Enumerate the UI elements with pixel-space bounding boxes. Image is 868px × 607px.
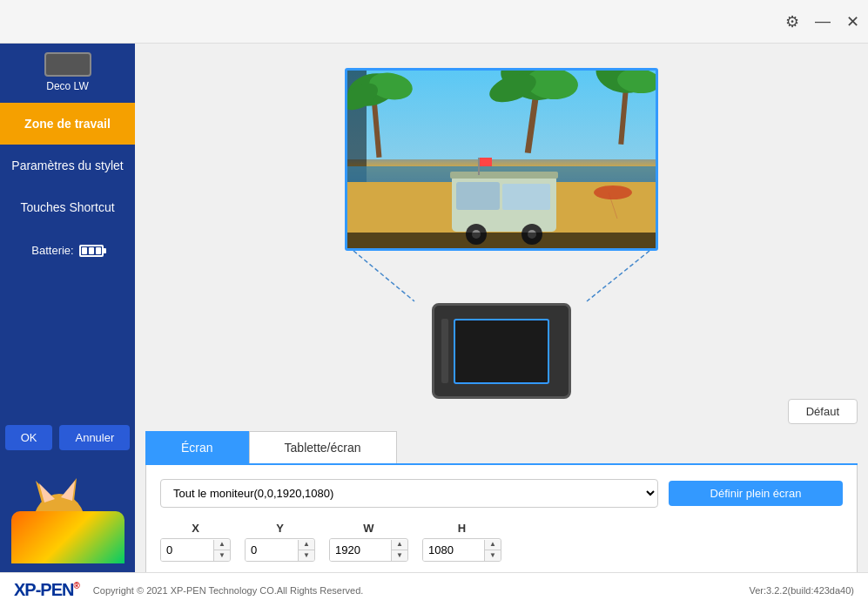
tablet-side-strip xyxy=(441,319,448,383)
settings-icon[interactable]: ⚙ xyxy=(785,12,799,31)
sky xyxy=(347,71,656,159)
window-controls: ⚙ — ✕ xyxy=(785,12,859,31)
connector-area xyxy=(345,251,658,303)
w-input[interactable] xyxy=(330,539,391,561)
x-label: X xyxy=(192,522,199,535)
right-area: Défaut Écran Tablette/écran Tout le moni… xyxy=(135,44,868,572)
default-btn-row: Défaut xyxy=(145,399,858,424)
h-input[interactable] xyxy=(423,539,484,561)
monitor-sidebar-bar xyxy=(347,71,367,233)
preview-wrapper xyxy=(145,51,858,399)
x-input-wrap: ▲ ▼ xyxy=(160,538,231,562)
svg-line-38 xyxy=(353,251,414,301)
y-up-button[interactable]: ▲ xyxy=(299,540,314,550)
battery-icon xyxy=(79,245,104,257)
y-down-button[interactable]: ▼ xyxy=(299,550,314,561)
monitor-select[interactable]: Tout le moniteur(0,0,1920,1080) xyxy=(160,479,658,508)
sidebar-nav: Zone de travail Paramètres du stylet Tou… xyxy=(0,103,135,228)
h-down-button[interactable]: ▼ xyxy=(485,550,501,561)
x-input[interactable] xyxy=(161,539,213,561)
sidebar: Deco LW Zone de travail Paramètres du st… xyxy=(0,44,135,572)
device-section: Deco LW xyxy=(44,52,91,92)
default-button[interactable]: Défaut xyxy=(788,399,858,424)
main-layout: Deco LW Zone de travail Paramètres du st… xyxy=(0,44,868,572)
battery-body xyxy=(79,245,104,257)
w-coord-group: W ▲ ▼ xyxy=(329,522,408,562)
minimize-icon[interactable]: — xyxy=(815,12,831,30)
sidebar-item-stylet[interactable]: Paramètres du stylet xyxy=(0,145,135,186)
svg-rect-24 xyxy=(347,166,656,188)
tab-ecran[interactable]: Écran xyxy=(145,431,249,463)
footer-logo: XP-PEN® xyxy=(14,580,79,600)
svg-rect-27 xyxy=(456,182,500,210)
mascot-bg xyxy=(11,511,124,563)
y-coord-group: Y ▲ ▼ xyxy=(245,522,315,562)
monitor-taskbar xyxy=(347,233,656,248)
battery-bar-1 xyxy=(82,247,87,254)
device-name: Deco LW xyxy=(46,80,88,92)
ok-cancel-row: OK Annuler xyxy=(5,425,131,450)
w-input-wrap: ▲ ▼ xyxy=(329,538,408,562)
y-label: Y xyxy=(276,522,284,535)
x-down-button[interactable]: ▼ xyxy=(214,550,230,561)
connector-svg xyxy=(345,251,658,303)
tablet-device xyxy=(432,303,571,399)
tab-tablette[interactable]: Tablette/écran xyxy=(249,431,397,463)
mascot xyxy=(11,459,124,563)
h-spinners: ▲ ▼ xyxy=(484,540,501,561)
full-screen-button[interactable]: Définir plein écran xyxy=(669,481,843,506)
svg-rect-33 xyxy=(450,172,558,179)
footer-logo-mark: ® xyxy=(73,581,78,590)
svg-rect-34 xyxy=(478,158,480,175)
title-bar: ⚙ — ✕ xyxy=(0,0,868,44)
battery-bar-2 xyxy=(89,247,94,254)
svg-line-39 xyxy=(587,251,649,301)
monitor-image xyxy=(347,71,656,248)
x-coord-group: X ▲ ▼ xyxy=(160,522,231,562)
sidebar-item-shortcut[interactable]: Touches Shortcut xyxy=(0,186,135,228)
close-icon[interactable]: ✕ xyxy=(846,12,859,31)
y-input[interactable] xyxy=(246,539,298,561)
h-label: H xyxy=(458,522,466,535)
coords-row: X ▲ ▼ Y ▲ ▼ xyxy=(160,522,843,562)
svg-point-37 xyxy=(594,185,632,199)
x-spinners: ▲ ▼ xyxy=(213,540,230,561)
footer: XP-PEN® Copyright © 2021 XP-PEN Technolo… xyxy=(0,572,868,607)
h-coord-group: H ▲ ▼ xyxy=(422,522,501,562)
monitor-select-row: Tout le moniteur(0,0,1920,1080) Définir … xyxy=(160,479,843,508)
sidebar-bottom: OK Annuler xyxy=(0,425,135,572)
sidebar-item-zone[interactable]: Zone de travail xyxy=(0,103,135,145)
w-label: W xyxy=(363,522,373,535)
svg-rect-26 xyxy=(452,175,556,232)
form-area: Tout le moniteur(0,0,1920,1080) Définir … xyxy=(145,465,858,572)
monitor-preview xyxy=(345,68,658,251)
y-input-wrap: ▲ ▼ xyxy=(245,538,315,562)
cancel-button[interactable]: Annuler xyxy=(59,425,130,450)
svg-rect-28 xyxy=(502,184,550,210)
tabs-row: Écran Tablette/écran xyxy=(145,431,858,465)
w-spinners: ▲ ▼ xyxy=(391,540,407,561)
battery-label: Batterie: xyxy=(31,244,73,257)
svg-line-36 xyxy=(609,192,617,219)
battery-section: Batterie: xyxy=(23,235,111,266)
h-up-button[interactable]: ▲ xyxy=(485,540,501,550)
x-up-button[interactable]: ▲ xyxy=(214,540,230,550)
ok-button[interactable]: OK xyxy=(5,425,53,450)
y-spinners: ▲ ▼ xyxy=(298,540,314,561)
footer-version: Ver:3.2.2(build:423da40) xyxy=(750,585,854,596)
battery-bar-3 xyxy=(96,247,101,254)
device-icon xyxy=(44,52,91,77)
w-up-button[interactable]: ▲ xyxy=(392,540,407,550)
footer-copyright: Copyright © 2021 XP-PEN Technology CO.Al… xyxy=(93,585,736,596)
tablet-active-area xyxy=(454,319,549,384)
tablet-preview-container xyxy=(432,303,571,399)
h-input-wrap: ▲ ▼ xyxy=(422,538,501,562)
w-down-button[interactable]: ▼ xyxy=(392,550,407,561)
